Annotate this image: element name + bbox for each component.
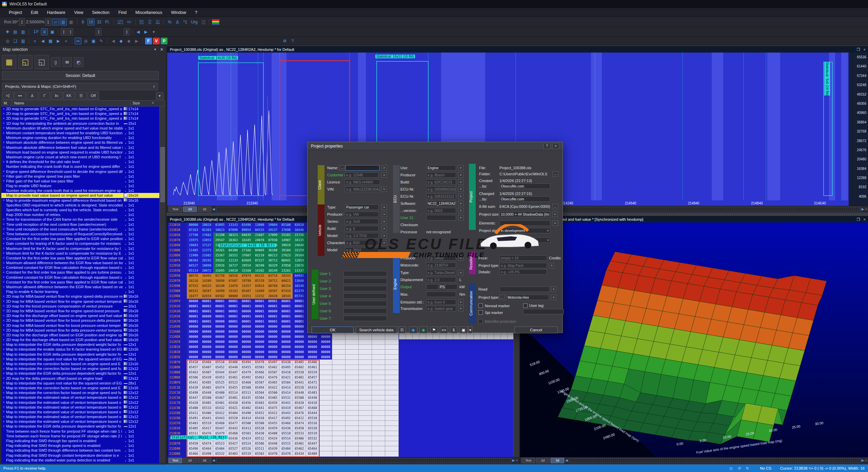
menu-view[interactable]: View — [70, 9, 87, 16]
percent-button[interactable]: % — [166, 19, 173, 25]
text-input[interactable]: e.g. Switch gear — [426, 306, 456, 311]
map-list-item[interactable]: ✳2D map to generate STC_Fie_amf_tra_min … — [1, 111, 159, 116]
map-list-item[interactable]: ✳2D map for the discharge offset based o… — [1, 333, 159, 337]
map-list-item[interactable]: ✳Combined constant for EGR flow calculat… — [1, 265, 159, 270]
column-name[interactable]: Name — [12, 101, 131, 106]
view-2d-icon[interactable]: ▱ — [52, 19, 59, 25]
text-input[interactable] — [426, 292, 456, 297]
map-list-item[interactable]: ✳2D map for MBA based venturi flow for e… — [1, 309, 159, 313]
expand-arrow-button[interactable]: > — [458, 172, 463, 178]
offset-spinner[interactable]: ▲▼ — [124, 28, 130, 36]
map-list-item[interactable]: Flag indicating that SWD through coolant… — [1, 453, 159, 458]
map-list-item[interactable]: Flag indicating that SWD through fan spe… — [1, 438, 159, 443]
map-list-scrollbar[interactable] — [159, 106, 165, 463]
map-list-item[interactable]: Minimum engine running duration for enab… — [1, 135, 159, 140]
notes-icon[interactable]: ✎ — [98, 38, 105, 44]
cascade-windows-icon[interactable]: ❏ — [12, 38, 19, 44]
zoom-spinner[interactable]: Z:50000%▲▼ — [26, 18, 51, 26]
version-button[interactable]: V — [153, 38, 160, 44]
expand-arrow-button[interactable]: > — [551, 295, 556, 300]
map-list-item[interactable]: ✳2D map for MBA based venturi flow for b… — [1, 318, 159, 323]
map-list-item[interactable]: ✳Minimum limit for the K-factor used to … — [1, 251, 159, 256]
scroll-left-icon[interactable]: ◀ — [565, 458, 568, 462]
byte-order-button[interactable]: LOHI HILO — [116, 19, 124, 25]
text-input[interactable]: e.g. 0003 — [426, 208, 456, 213]
text-input[interactable]: e.g. Turbo-Diesel — [426, 270, 456, 275]
dialog-titlebar[interactable]: Project properties ? × — [308, 142, 563, 150]
open-gray-folder-icon[interactable]: ◱ — [35, 55, 49, 69]
map-list-item[interactable]: ✳Map to interpolate the estimated value … — [1, 410, 159, 414]
scroll-left-icon[interactable]: ◀ — [212, 458, 215, 462]
map-list-item[interactable]: ✳Maximum absolute difference between fue… — [1, 145, 159, 150]
panel-close-icon[interactable]: ✕ — [160, 47, 163, 52]
browse-button[interactable]: ... — [552, 171, 558, 177]
next-diff-icon[interactable]: ▶ — [142, 28, 149, 35]
map-list-header[interactable]: M. Name Size▲ — [1, 100, 165, 106]
text-input[interactable] — [343, 271, 387, 276]
expand-arrow-button[interactable]: > — [381, 165, 387, 171]
text-input[interactable]: e.g. Map Pack — [499, 263, 547, 268]
close-icon[interactable]: × — [864, 217, 866, 222]
menu-window[interactable]: Window — [167, 9, 190, 16]
first-map-icon[interactable]: « — [32, 38, 38, 44]
projects-dropdown[interactable]: Projects, Versions & Maps: (Ctrl+Shift+F… — [2, 83, 158, 90]
map-list-item[interactable]: Minimum load based on engine speed requi… — [1, 150, 159, 155]
map-list-item[interactable]: ✳Map to interpolate the square root valu… — [1, 357, 159, 361]
tab-3d[interactable]: 3d — [551, 458, 564, 463]
browse-button[interactable]: ... — [499, 295, 505, 300]
tab-2d[interactable]: 2d — [183, 206, 197, 212]
map-list-item[interactable]: ✳Map to interpolate the correction facto… — [1, 386, 159, 390]
scroll-right-icon[interactable]: ▶ — [862, 458, 864, 462]
plugin-icon[interactable]: ◩ — [74, 57, 83, 67]
expand-arrow-button[interactable]: > — [458, 186, 463, 192]
expand-arrow-button[interactable]: > — [552, 220, 558, 226]
text-input[interactable]: Engine — [426, 165, 456, 171]
expand-arrow-button[interactable]: > — [552, 212, 558, 217]
expand-arrow-button[interactable]: > — [458, 194, 463, 199]
flag-icon[interactable]: ⚑ — [430, 327, 438, 333]
menu-[interactable]: ? — [191, 9, 201, 16]
decimal-display-button[interactable]: 111 444 — [154, 19, 161, 25]
restore-icon[interactable]: ❒ — [857, 47, 860, 52]
map-list-item[interactable]: ✳2D map for the discharge offset based o… — [1, 313, 159, 318]
map-list-item[interactable]: ✳2D map for the discharge offset based o… — [1, 337, 159, 342]
map-list-item[interactable]: Time between each freeze frame for pre/p… — [1, 434, 159, 438]
map-list-item[interactable]: Flag indicating that SWD through differe… — [1, 448, 159, 453]
expand-arrow-button[interactable]: > — [458, 299, 463, 305]
scroll-end-icon[interactable]: » — [516, 458, 518, 462]
hex-display-button[interactable]: 623 3CC — [138, 19, 145, 25]
filter-button-5[interactable]: KK — [63, 92, 75, 100]
tab-3d[interactable]: 3d — [198, 206, 211, 212]
menu-find[interactable]: Find — [114, 9, 131, 16]
map-list-item[interactable]: ✳Combined constant for EGR flow calculat… — [1, 275, 159, 280]
map-list-item[interactable]: ✳Constant for the first order low pass f… — [1, 236, 159, 241]
new-document-icon[interactable]: ▯ — [51, 57, 60, 67]
map-list-item[interactable]: Number indicating the crank tooth that i… — [1, 164, 159, 169]
scroll-end-icon[interactable]: » — [865, 458, 867, 462]
sync-up-icon[interactable]: ◆ — [125, 38, 132, 44]
map-list-item[interactable]: ✳Engine speed difference threshold used … — [1, 169, 159, 174]
text-input[interactable] — [343, 293, 387, 299]
map-list-item[interactable]: ✳Maximum absolute difference between eng… — [1, 140, 159, 145]
map-list-item[interactable]: ✳Time for transmission of the CAN frame … — [1, 217, 159, 222]
map-list-item[interactable]: Flag indicating that SWD through pump sp… — [1, 443, 159, 448]
text-input[interactable]: Passenger car — [345, 204, 379, 210]
map-list-item[interactable]: ✳2D map for MBA based venturi flow for e… — [1, 294, 159, 299]
rotation-spinner[interactable]: Rot:30°▲▼ — [4, 18, 25, 26]
map-list-item[interactable]: ✳Map to interpolate the estimated value … — [1, 400, 159, 405]
map-list-item[interactable]: ✳Map to interpolate the EGR delta pressu… — [1, 371, 159, 376]
list-view-icon[interactable]: ≣ — [41, 28, 48, 35]
expand-arrow-button[interactable]: > — [381, 172, 387, 178]
expand-arrow-button[interactable]: > — [458, 208, 463, 213]
map-list-item[interactable]: ✳2D map to generate STC_Fie_amf_tra_min … — [1, 106, 159, 111]
paste-icon[interactable]: ⎘ — [398, 327, 406, 333]
search-vehicle-data-button[interactable]: Search vehicle data — [356, 327, 397, 333]
family-button[interactable]: F — [145, 38, 152, 44]
map-list-item[interactable]: ✳2D map for MBA based venturi flow for e… — [1, 299, 159, 304]
map-list-item[interactable]: ✳Minimum duration till which engine spee… — [1, 126, 159, 131]
expand-arrow-button[interactable]: > — [458, 306, 463, 311]
text-input[interactable]: empty = 10 — [499, 255, 547, 261]
view-bars-icon[interactable]: ▥ — [60, 19, 67, 25]
ok-button[interactable]: OK — [312, 327, 354, 333]
map-3d-surface[interactable]: 518.00900.001100.001300.001500.001720.00… — [520, 222, 868, 457]
